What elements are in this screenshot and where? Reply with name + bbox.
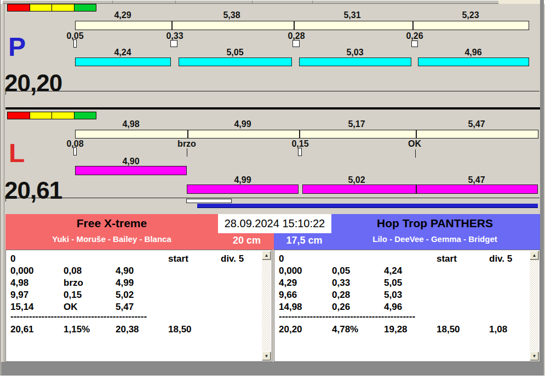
table-cell: 9,97 xyxy=(10,290,28,301)
table-cell: 20,61 xyxy=(10,324,34,335)
run-time-label: 4,90 xyxy=(106,157,156,166)
scrollbar-track[interactable] xyxy=(262,260,271,351)
table-cell: 4,24 xyxy=(384,266,402,276)
right-jump-height: 17,5 cm xyxy=(276,235,333,246)
table-cell: 0,33 xyxy=(332,278,350,289)
progress-bar-blue xyxy=(197,204,538,208)
light-red-segment xyxy=(8,4,30,11)
split-time-label: 4,99 xyxy=(218,119,267,129)
run-bar-p xyxy=(418,57,529,66)
table-cell: 0,28 xyxy=(332,290,350,301)
left-results-table[interactable]: 0 start div. 5 0,000 0,08 4,90 4,98 brzo… xyxy=(5,250,272,362)
right-team-name: Hop Trop PANTHERS xyxy=(331,217,538,230)
table-cell: 1,15% xyxy=(64,324,90,335)
baseline-l-tick xyxy=(5,198,6,201)
window-bottom-edge xyxy=(1,362,540,376)
split-time-label: 5,31 xyxy=(328,10,377,20)
top-band-mark xyxy=(175,1,176,4)
table-cell: 0,05 xyxy=(332,266,350,276)
split-time-label: 5,23 xyxy=(446,10,495,20)
scroll-down-icon: ▼ xyxy=(532,354,537,359)
baseline-p-tick xyxy=(5,91,6,95)
table-cell: 18,50 xyxy=(168,324,192,335)
table-cell: 5,03 xyxy=(384,290,402,301)
table-separator: ----------------------------------------… xyxy=(10,311,169,322)
left-table-scrollbar[interactable]: ▲ ▼ xyxy=(262,251,271,361)
lane-p-letter: P xyxy=(8,34,26,60)
window-left-frame-line xyxy=(0,0,1,376)
run-bar-p xyxy=(75,57,171,66)
split-time-label: 5,38 xyxy=(207,10,256,20)
change-time-label: 0,26 xyxy=(395,31,434,41)
run-time-label: 4,96 xyxy=(449,48,498,57)
table-cell: 4,98 xyxy=(10,278,28,289)
window-right-frame xyxy=(540,0,544,376)
run-time-label: 5,05 xyxy=(210,48,260,57)
split-bar-l xyxy=(75,130,538,139)
left-team-name: Free X-treme xyxy=(5,217,218,230)
table-cell: 0,000 xyxy=(10,266,34,276)
table-cell: 4,78% xyxy=(332,324,358,335)
table-separator: ----------------------------------------… xyxy=(279,311,438,322)
split-bar-p xyxy=(75,21,529,30)
run-time-label: 4,24 xyxy=(98,48,147,57)
baseline-l xyxy=(5,198,540,198)
datetime-display: 28.09.2024 15:10:22 xyxy=(218,214,331,233)
split-bar-divider xyxy=(187,130,188,139)
run-bar-p xyxy=(179,57,292,66)
progress-bar-white xyxy=(186,199,232,203)
table-cell: 0 xyxy=(279,253,284,264)
split-time-label: 5,17 xyxy=(332,119,381,129)
light-yellow-segment xyxy=(52,112,74,119)
right-results-table[interactable]: 0 start div. 5 0,000 0,05 4,24 4,29 0,33… xyxy=(274,250,540,362)
flyball-timing-window: P 4,29 5,38 5,31 5,23 0,05 0,33 0,28 0,2… xyxy=(0,0,545,376)
table-cell: brzo xyxy=(64,278,83,289)
change-marker-box xyxy=(292,40,300,47)
right-team-dogs: Lilo - DeeVee - Gemma - Bridget xyxy=(331,234,538,244)
change-marker-box xyxy=(73,147,77,155)
scroll-down-button[interactable]: ▼ xyxy=(262,351,271,361)
light-yellow-segment xyxy=(30,112,53,119)
table-cell: 0,08 xyxy=(64,266,82,276)
split-bar-divider xyxy=(171,21,173,30)
baseline-p xyxy=(5,91,540,91)
change-marker-box xyxy=(73,39,77,48)
run-time-label: 5,02 xyxy=(332,175,381,185)
right-table-scrollbar[interactable]: ▲ ▼ xyxy=(530,251,539,361)
scroll-up-icon: ▲ xyxy=(265,253,269,258)
run-bar-l xyxy=(75,166,187,175)
light-yellow-segment xyxy=(52,4,74,11)
top-band-mark xyxy=(252,1,253,4)
light-green-segment xyxy=(74,4,96,11)
lane-l-letter: L xyxy=(9,140,25,166)
table-cell: 20,20 xyxy=(279,324,302,335)
change-time-label: OK xyxy=(395,139,434,149)
table-cell: 1,08 xyxy=(489,324,507,335)
table-cell: div. 5 xyxy=(221,253,244,264)
table-cell: start xyxy=(168,253,188,264)
top-band-right xyxy=(498,0,540,4)
run-bar-l xyxy=(187,185,299,194)
run-bar-l xyxy=(302,185,538,194)
scroll-up-button[interactable]: ▲ xyxy=(530,251,539,260)
table-cell: 18,50 xyxy=(437,324,460,335)
change-marker-tick xyxy=(415,149,416,158)
change-time-label: brzo xyxy=(168,139,206,149)
table-cell: 4,99 xyxy=(116,278,134,289)
change-marker-tick xyxy=(187,148,187,157)
table-cell: div. 5 xyxy=(489,253,512,264)
scroll-down-button[interactable]: ▼ xyxy=(530,351,539,361)
table-cell: 0,15 xyxy=(64,290,82,301)
table-cell: 5,02 xyxy=(116,290,134,301)
run-time-label: 5,03 xyxy=(330,48,380,57)
split-bar-divider xyxy=(416,130,417,139)
lane-l-total-time: 20,61 xyxy=(4,178,62,203)
scrollbar-track[interactable] xyxy=(530,260,539,351)
top-band-mark xyxy=(112,1,113,4)
scroll-up-button[interactable]: ▲ xyxy=(262,251,271,260)
table-cell: 0 xyxy=(10,253,15,264)
split-time-label: 4,98 xyxy=(106,119,156,129)
start-lights-l xyxy=(7,112,96,119)
split-time-label: 5,47 xyxy=(452,119,501,129)
left-team-dogs: Yuki - Moruše - Bailey - Blanca xyxy=(5,234,218,244)
